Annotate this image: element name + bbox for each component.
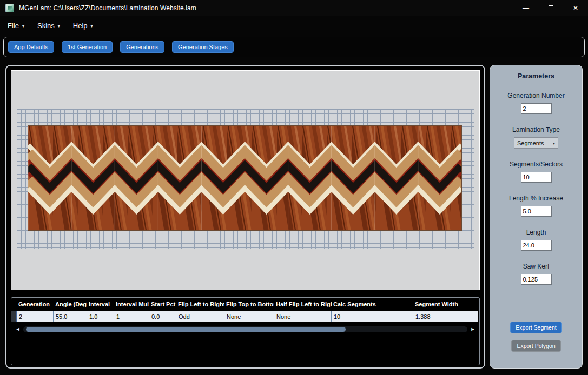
grid-band (17, 109, 474, 249)
chevron-down-icon: ▾ (22, 24, 24, 29)
lamination-canvas (11, 70, 480, 290)
table-header-row: Generation Angle (Deg) Interval Interval… (11, 298, 479, 311)
export-polygon-button[interactable]: Export Polygon (511, 340, 560, 352)
menu-bar: File ▾ Skins ▾ Help ▾ (0, 16, 588, 35)
main-panel: Generation Angle (Deg) Interval Interval… (5, 65, 485, 369)
col-header-segment-width: Segment Width (413, 301, 478, 307)
menu-help-label: Help (73, 22, 88, 30)
cell-flip-lr[interactable]: Odd (176, 311, 224, 322)
col-header-calc-segments: Calc Segments (332, 301, 413, 307)
generation-table-panel: Generation Angle (Deg) Interval Interval… (11, 297, 480, 365)
lamination-type-label: Lamination Type (512, 126, 560, 133)
cell-segment-width[interactable]: 1.388 (413, 311, 478, 322)
cell-calc-segments[interactable]: 10 (332, 311, 413, 322)
col-header-flip-lr: Flip Left to Right (176, 301, 224, 307)
menu-skins-label: Skins (37, 22, 55, 30)
close-icon[interactable]: ✕ (563, 0, 588, 16)
lamination-type-select[interactable]: Segments ▾ (514, 137, 558, 149)
toolbar: App Defaults 1st Generation Generations … (3, 37, 585, 57)
lamination-type-value: Segments (517, 140, 544, 146)
generations-button[interactable]: Generations (120, 41, 164, 53)
menu-skins[interactable]: Skins ▾ (37, 22, 60, 30)
scrollbar-thumb[interactable] (26, 327, 346, 332)
chevron-down-icon: ▾ (553, 141, 555, 146)
cell-flip-tb[interactable]: None (224, 311, 274, 322)
minimize-icon[interactable]: — (513, 0, 538, 16)
segments-sectors-input[interactable] (521, 172, 552, 183)
chevron-down-icon: ▾ (58, 24, 60, 29)
chevron-down-icon: ▾ (91, 24, 93, 29)
scroll-right-icon[interactable]: ► (468, 325, 477, 333)
menu-file[interactable]: File ▾ (8, 22, 24, 30)
saw-kerf-input[interactable] (521, 274, 552, 285)
length-pct-increase-input[interactable] (521, 206, 552, 217)
cell-generation[interactable]: 2 (17, 311, 54, 322)
menu-help[interactable]: Help ▾ (73, 22, 93, 30)
title-bar: MGenLam: C:\Users\ZZ\Documents\Laminatio… (0, 0, 588, 16)
first-generation-button[interactable]: 1st Generation (62, 41, 113, 53)
segments-sectors-label: Segments/Sectors (510, 160, 563, 168)
cell-angle[interactable]: 55.0 (54, 311, 87, 322)
col-header-angle: Angle (Deg) (54, 301, 87, 307)
app-defaults-button[interactable]: App Defaults (8, 41, 54, 53)
app-icon (5, 4, 14, 12)
col-header-start-pct: Start Pct (149, 301, 176, 307)
cell-half-flip-lr[interactable]: None (274, 311, 332, 322)
length-label: Length (526, 229, 546, 236)
col-header-half-flip-lr: Half Flip Left to Right (274, 301, 332, 307)
saw-kerf-label: Saw Kerf (523, 263, 550, 270)
col-header-interval: Interval (87, 301, 114, 307)
lamination-preview (28, 126, 461, 230)
window-controls: — ✕ (513, 0, 588, 16)
parameters-title: Parameters (518, 72, 554, 80)
horizontal-scrollbar: ◄ ► (11, 325, 479, 333)
table-row: 2 55.0 1.0 1 0.0 Odd None None 10 1.388 (11, 311, 479, 322)
window-title: MGenLam: C:\Users\ZZ\Documents\Laminatio… (19, 4, 196, 12)
cell-interval[interactable]: 1.0 (87, 311, 114, 322)
length-pct-increase-label: Length % Increase (509, 195, 563, 202)
cell-start-pct[interactable]: 0.0 (149, 311, 176, 322)
scrollbar-track[interactable] (23, 326, 467, 332)
generation-number-input[interactable] (521, 103, 552, 114)
maximize-icon[interactable] (538, 0, 563, 16)
parameters-panel: Parameters Generation Number Lamination … (490, 65, 583, 369)
lamination-pattern-svg (28, 126, 461, 230)
scroll-left-icon[interactable]: ◄ (14, 325, 22, 333)
maximize-box (549, 5, 553, 10)
col-header-flip-tb: Flip Top to Bottom (224, 301, 274, 307)
cell-interval-mult[interactable]: 1 (114, 311, 149, 322)
length-input[interactable] (521, 240, 552, 251)
col-header-generation: Generation (17, 301, 54, 307)
row-selector[interactable] (11, 311, 17, 322)
col-header-interval-mult: Interval Mult. (114, 301, 149, 307)
generation-number-label: Generation Number (507, 92, 564, 99)
generation-stages-button[interactable]: Generation Stages (172, 41, 234, 53)
export-segment-button[interactable]: Export Segment (510, 322, 561, 333)
menu-file-label: File (8, 22, 19, 30)
